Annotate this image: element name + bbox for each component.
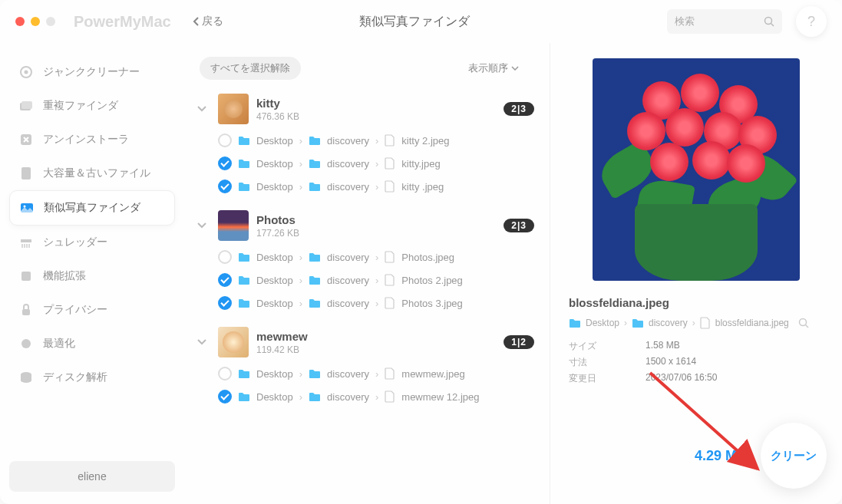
page-title: 類似写真ファインダ (162, 14, 667, 30)
svg-point-3 (25, 71, 28, 74)
maximize-window-button[interactable] (46, 17, 55, 26)
search-icon (764, 16, 774, 27)
window-controls (15, 17, 55, 26)
svg-point-17 (21, 339, 31, 348)
sidebar-item-junk-cleaner[interactable]: ジャンククリーナー (9, 55, 175, 89)
help-button[interactable]: ? (796, 6, 827, 37)
svg-rect-10 (21, 239, 31, 242)
photo-group: Photos177.26 KB2|3Desktop›discovery›Phot… (193, 206, 534, 315)
search-icon[interactable] (798, 318, 809, 328)
group-header[interactable]: Photos177.26 KB2|3 (193, 206, 534, 245)
app-icon (18, 132, 34, 147)
preview-image (593, 58, 800, 281)
svg-rect-16 (22, 309, 30, 315)
group-thumbnail (218, 94, 249, 124)
chevron-down-icon[interactable] (193, 100, 210, 117)
sidebar-item-optimize[interactable]: 最適化 (9, 327, 175, 361)
meta-size: サイズ 1.58 MB (569, 340, 824, 353)
svg-line-20 (805, 325, 808, 328)
sidebar-item-similar-photos[interactable]: 類似写真ファインダ (9, 190, 175, 226)
sidebar-item-shredder[interactable]: シュレッダー (9, 226, 175, 259)
toolbar: すべてを選択解除 表示順序 (193, 43, 540, 89)
checkbox[interactable] (218, 296, 232, 310)
checkbox[interactable] (218, 273, 232, 287)
document-icon (18, 166, 34, 181)
group-name: mewmew (256, 330, 308, 343)
group-count-badge: 2|3 (504, 102, 534, 116)
app-window: PowerMyMac 戻る 類似写真ファインダ 検索 ? ジャンククリーナー 重… (0, 0, 842, 504)
photo-group: mewmew119.42 KB1|2Desktop›discovery›mewm… (193, 322, 534, 408)
sort-button[interactable]: 表示順序 (468, 61, 519, 75)
chevron-down-icon (511, 66, 519, 71)
total-size: 4.29 MB (695, 448, 747, 464)
disk-icon (18, 370, 34, 385)
checkbox[interactable] (218, 156, 232, 170)
svg-point-0 (765, 18, 772, 25)
sidebar: ジャンククリーナー 重複ファインダ アンインストーラ 大容量＆古いファイル 類似… (0, 43, 184, 504)
sidebar-item-privacy[interactable]: プライバシー (9, 293, 175, 327)
photo-icon (19, 200, 35, 216)
svg-point-19 (799, 319, 806, 326)
checkbox[interactable] (218, 390, 232, 404)
sidebar-item-extensions[interactable]: 機能拡張 (9, 259, 175, 293)
preview-path: Desktop › discovery › blossfeldiana.jpeg (569, 317, 824, 329)
svg-rect-7 (21, 167, 31, 180)
group-size: 119.42 KB (256, 344, 308, 355)
sidebar-item-large-old-files[interactable]: 大容量＆古いファイル (9, 156, 175, 190)
file-row[interactable]: Desktop›discovery›Photos 2.jpeg (193, 268, 534, 292)
chevron-down-icon[interactable] (193, 334, 210, 351)
group-count-badge: 2|3 (504, 219, 534, 232)
main-panel: すべてを選択解除 表示順序 kitty476.36 KB2|3Desktop›d… (184, 43, 550, 504)
shredder-icon (18, 235, 34, 250)
meta-dimensions: 寸法 1500 x 1614 (569, 356, 824, 369)
file-row[interactable]: Desktop›discovery›mewmew 12.jpeg (193, 385, 534, 408)
group-name: kitty (256, 97, 299, 110)
app-title: PowerMyMac (74, 13, 171, 31)
close-window-button[interactable] (15, 17, 25, 26)
meta-modified: 変更日 2023/07/06 16:50 (569, 372, 824, 385)
user-badge[interactable]: eliene (9, 461, 175, 492)
group-size: 177.26 KB (256, 228, 299, 239)
folders-icon (18, 98, 34, 114)
sidebar-item-duplicate-finder[interactable]: 重複ファインダ (9, 89, 175, 123)
minimize-window-button[interactable] (31, 17, 40, 26)
file-icon (700, 317, 711, 329)
checkbox[interactable] (218, 133, 232, 147)
file-row[interactable]: Desktop›discovery›Photos 3.jpeg (193, 292, 534, 315)
preview-panel: blossfeldiana.jpeg Desktop › discovery ›… (550, 43, 842, 504)
group-size: 476.36 KB (256, 111, 299, 122)
sidebar-item-uninstaller[interactable]: アンインストーラ (9, 123, 175, 156)
svg-line-1 (771, 24, 774, 27)
deselect-all-button[interactable]: すべてを選択解除 (200, 57, 301, 80)
photo-group: kitty476.36 KB2|3Desktop›discovery›kitty… (193, 89, 534, 198)
file-row[interactable]: Desktop›discovery›Photos.jpeg (193, 245, 534, 268)
folder-icon (569, 318, 581, 328)
search-input[interactable]: 検索 (667, 9, 782, 34)
checkbox[interactable] (218, 250, 232, 264)
folder-icon (632, 318, 644, 328)
checkbox[interactable] (218, 367, 232, 380)
checkbox[interactable] (218, 180, 232, 193)
file-row[interactable]: Desktop›discovery›kitty.jpeg (193, 152, 534, 175)
puzzle-icon (18, 268, 34, 284)
group-name: Photos (256, 213, 299, 226)
sidebar-item-disk-analysis[interactable]: ディスク解析 (9, 361, 175, 394)
group-list: kitty476.36 KB2|3Desktop›discovery›kitty… (193, 89, 540, 504)
footer: 4.29 MB クリーン (695, 423, 827, 489)
rocket-icon (18, 336, 34, 351)
gear-icon (18, 64, 34, 80)
lock-icon (18, 302, 34, 318)
clean-button[interactable]: クリーン (761, 423, 827, 489)
group-header[interactable]: kitty476.36 KB2|3 (193, 89, 534, 129)
file-row[interactable]: Desktop›discovery›kitty 2.jpeg (193, 129, 534, 152)
group-thumbnail (218, 210, 249, 241)
file-row[interactable]: Desktop›discovery›mewmew.jpeg (193, 362, 534, 385)
group-count-badge: 1|2 (504, 335, 534, 349)
preview-filename: blossfeldiana.jpeg (569, 296, 824, 309)
group-header[interactable]: mewmew119.42 KB1|2 (193, 322, 534, 362)
file-row[interactable]: Desktop›discovery›kitty .jpeg (193, 175, 534, 198)
svg-rect-5 (21, 101, 32, 109)
chevron-down-icon[interactable] (193, 217, 210, 234)
group-thumbnail (218, 327, 249, 357)
titlebar: PowerMyMac 戻る 類似写真ファインダ 検索 ? (0, 0, 842, 43)
